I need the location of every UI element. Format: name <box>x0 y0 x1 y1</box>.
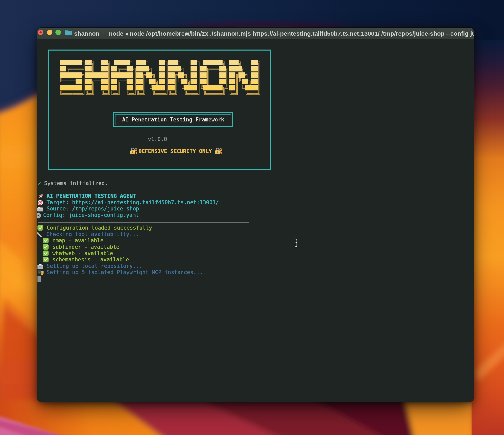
terminal-window: shannon — node ◂ node /opt/homebrew/bin/… <box>37 27 474 402</box>
playwright-setup-text: Setting up 5 isolated Playwright MCP ins… <box>46 269 203 276</box>
checking-tools-text: Checking tool availability... <box>46 231 139 238</box>
tool-subfinder-text: subfinder - available <box>52 244 119 250</box>
shannon-logo-svg <box>60 59 261 98</box>
close-button[interactable] <box>38 30 43 35</box>
window-titlebar[interactable]: shannon — node ◂ node /opt/homebrew/bin/… <box>37 27 474 39</box>
config-loaded-text: Configuration loaded successfully <box>47 225 152 231</box>
gear-icon <box>37 212 42 221</box>
wrench-icon <box>37 231 43 240</box>
repo-setup-text: Setting up local repository... <box>46 263 142 269</box>
source-text: Source: /tmp/repos/juice-shop <box>46 206 139 212</box>
terminal-cursor <box>37 276 41 282</box>
mouse-ibeam-cursor <box>294 238 300 249</box>
config-text: Config: juice-shop-config.yaml <box>43 212 139 219</box>
lock-icon <box>214 147 223 157</box>
minimize-button[interactable] <box>47 30 52 35</box>
tool-schemathesis-text: schemathesis - available <box>52 257 129 263</box>
check-icon: ✓ <box>38 180 41 187</box>
tool-whatweb-text: whatweb - available <box>52 250 113 257</box>
framework-label: AI Penetration Testing Framework <box>114 113 232 126</box>
zoom-button[interactable] <box>55 30 61 35</box>
security-notice-text: DEFENSIVE SECURITY ONLY <box>138 148 212 155</box>
framework-box: AI Penetration Testing Framework <box>113 112 233 127</box>
target-text: Target: https://ai-pentesting.tailfd50b7… <box>46 199 219 206</box>
window-title: shannon — node ◂ node /opt/homebrew/bin/… <box>74 27 474 39</box>
tool-nmap-text: nmap - available <box>52 237 103 244</box>
shannon-ascii-logo <box>60 59 261 99</box>
folder-proxy-icon[interactable] <box>65 29 72 36</box>
terminal-screen[interactable]: AI Penetration Testing Framework v1.0.0 … <box>37 27 474 402</box>
systems-initialized-text: Systems initialized. <box>44 180 108 187</box>
version-label: v1.0.0 <box>148 136 167 142</box>
agent-header-text: AI PENETRATION TESTING AGENT <box>46 193 136 199</box>
lock-icon <box>129 147 138 157</box>
divider-rule <box>38 222 249 222</box>
